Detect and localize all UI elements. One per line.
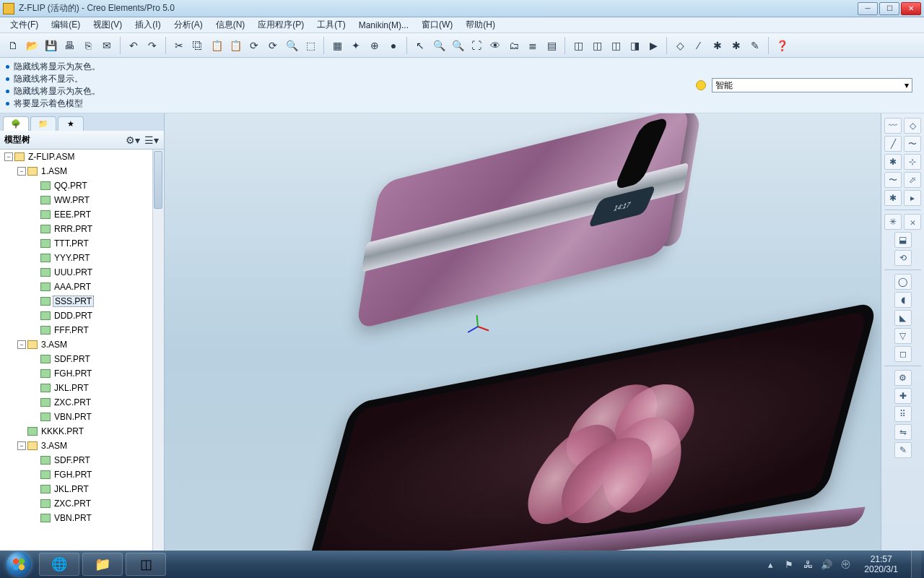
folder-tab[interactable]: 📁: [30, 116, 56, 131]
creo-task-button[interactable]: ◫: [126, 553, 166, 576]
favorites-tab[interactable]: ★: [58, 116, 84, 131]
axis-button[interactable]: ╱: [884, 136, 902, 152]
ime-icon[interactable]: ㊥: [840, 558, 851, 570]
expander-icon[interactable]: −: [17, 441, 26, 450]
mirror-button[interactable]: ⇋: [894, 424, 912, 440]
style-button[interactable]: ✎: [894, 442, 912, 458]
tree-item[interactable]: DDD.PRT: [0, 309, 164, 323]
graphics-viewport[interactable]: 14:17: [165, 113, 881, 578]
datum-axis-button[interactable]: ∕: [690, 37, 707, 54]
tree-item[interactable]: SSS.PRT: [0, 294, 164, 309]
csys-button[interactable]: ✳: [884, 214, 902, 230]
orient-button[interactable]: ⊕: [366, 37, 383, 54]
paste-button[interactable]: 📋: [208, 37, 225, 54]
menu-t[interactable]: 工具(T): [311, 17, 351, 33]
tree-item[interactable]: AAA.PRT: [0, 280, 164, 294]
pointer-button[interactable]: ↖: [411, 37, 429, 54]
shell-button[interactable]: ◻: [894, 346, 912, 362]
menu-n[interactable]: 信息(N): [210, 17, 251, 33]
curve-button[interactable]: 〜: [904, 136, 921, 152]
menu-h[interactable]: 帮助(H): [460, 17, 501, 33]
undo-button[interactable]: ↶: [125, 37, 142, 54]
zoom-out-button[interactable]: 🔍: [449, 37, 466, 54]
tree-item[interactable]: −Z-FLIP.ASM: [0, 150, 164, 164]
tree-item[interactable]: JKL.PRT: [0, 482, 164, 496]
spin-center-button[interactable]: ✦: [347, 37, 365, 54]
saved-view-button[interactable]: 👁: [487, 37, 504, 54]
tree-item[interactable]: SDF.PRT: [0, 352, 164, 366]
tree-item[interactable]: −1.ASM: [0, 164, 164, 178]
layers-button[interactable]: ≣: [524, 37, 541, 54]
tree-item[interactable]: −3.ASM: [0, 337, 164, 352]
active-window-button[interactable]: ◨: [626, 37, 643, 54]
menu-a[interactable]: 分析(A): [168, 17, 209, 33]
tree-item[interactable]: UUU.PRT: [0, 265, 164, 280]
assemble-button[interactable]: ⚙: [894, 370, 912, 386]
zoom-in-button[interactable]: 🔍: [430, 37, 448, 54]
curve-thru-button[interactable]: 〜: [884, 172, 902, 188]
minimize-button[interactable]: ─: [858, 2, 878, 15]
tree-scrollbar[interactable]: [152, 150, 164, 578]
show-desktop-button[interactable]: [911, 551, 921, 578]
model-tree-tab[interactable]: 🌳: [3, 116, 29, 131]
tray-up-icon[interactable]: ▴: [764, 558, 776, 570]
start-button[interactable]: [0, 551, 38, 578]
hole-button[interactable]: ◯: [894, 274, 912, 290]
tree-item[interactable]: TTT.PRT: [0, 236, 164, 251]
revolve-button[interactable]: ⟲: [894, 250, 912, 266]
print-button[interactable]: 🖶: [61, 37, 78, 54]
expander-icon[interactable]: −: [17, 167, 26, 176]
point-offset-button[interactable]: ✱: [884, 190, 902, 206]
volume-icon[interactable]: 🔊: [821, 558, 832, 570]
plane-button[interactable]: ◇: [904, 118, 921, 134]
datum-point-button[interactable]: ✱: [709, 37, 726, 54]
tile-button[interactable]: ◫: [607, 37, 624, 54]
tree-item[interactable]: VBN.PRT: [0, 410, 164, 424]
datum-plane-button[interactable]: ◇: [671, 37, 689, 54]
copy-button[interactable]: ⿻: [189, 37, 206, 54]
close-button[interactable]: ✕: [901, 2, 921, 15]
tree-item[interactable]: YYY.PRT: [0, 251, 164, 265]
window-button[interactable]: ◫: [570, 37, 587, 54]
tree-item[interactable]: ZXC.PRT: [0, 496, 164, 511]
view-manager-button[interactable]: 🗂: [505, 37, 523, 54]
tree-show-button[interactable]: ☰▾: [144, 133, 160, 147]
expander-icon[interactable]: −: [4, 152, 13, 161]
save-button[interactable]: 💾: [42, 37, 59, 54]
tree-item[interactable]: JKL.PRT: [0, 381, 164, 395]
tree-item[interactable]: SDF.PRT: [0, 453, 164, 467]
tree-item[interactable]: FGH.PRT: [0, 366, 164, 381]
open-button[interactable]: 📂: [23, 37, 40, 54]
menu-w[interactable]: 窗口(W): [416, 17, 458, 33]
redo-button[interactable]: ↷: [144, 37, 161, 54]
tree-item[interactable]: FFF.PRT: [0, 323, 164, 337]
play-icon[interactable]: ▸: [904, 190, 921, 206]
perspective-button[interactable]: ▤: [543, 37, 560, 54]
tree-item[interactable]: RRR.PRT: [0, 222, 164, 236]
create-button[interactable]: ✚: [894, 388, 912, 404]
paste-special-button[interactable]: 📋: [227, 37, 244, 54]
tree-item[interactable]: KKKK.PRT: [0, 424, 164, 439]
point-button[interactable]: ✱: [884, 154, 902, 170]
bulb-icon[interactable]: [696, 80, 706, 90]
tree-item[interactable]: FGH.PRT: [0, 467, 164, 482]
tree-item[interactable]: ZXC.PRT: [0, 395, 164, 410]
tree-item[interactable]: WW.PRT: [0, 193, 164, 207]
menu-manikinm[interactable]: Manikin(M)...: [353, 19, 414, 32]
csys-icon[interactable]: ⊹: [904, 154, 921, 170]
network-icon[interactable]: 🖧: [802, 558, 814, 570]
new-button[interactable]: 🗋: [4, 37, 22, 54]
tree-settings-button[interactable]: ⚙▾: [125, 133, 141, 147]
menu-e[interactable]: 编辑(E): [45, 17, 86, 33]
cut-button[interactable]: ✂: [170, 37, 188, 54]
copy-obj-button[interactable]: ⎘: [79, 37, 97, 54]
extrude-button[interactable]: ⬓: [894, 232, 912, 248]
tree-item[interactable]: VBN.PRT: [0, 511, 164, 525]
annotation-button[interactable]: ✎: [746, 37, 764, 54]
find-button[interactable]: 🔍: [283, 37, 300, 54]
pattern-button[interactable]: ⠿: [894, 406, 912, 422]
explorer-task-button[interactable]: 📁: [82, 553, 123, 576]
sketch-button[interactable]: 〰: [884, 118, 902, 134]
chrome-task-button[interactable]: 🌐: [39, 553, 79, 576]
tree-item[interactable]: QQ.PRT: [0, 178, 164, 193]
